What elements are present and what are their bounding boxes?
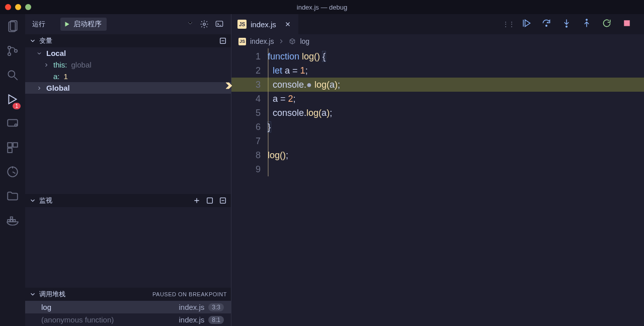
editor: JS index.js ⋮⋮ JS index.js log 1funct	[231, 14, 644, 326]
breadcrumb[interactable]: JS index.js log	[231, 34, 644, 48]
chevron-right-icon	[36, 85, 42, 91]
scope-local[interactable]: Local	[25, 47, 231, 59]
debug-toolbar: ⋮⋮	[502, 18, 644, 30]
extensions-icon[interactable]	[6, 141, 19, 156]
svg-point-7	[15, 124, 17, 126]
window-controls	[5, 4, 31, 10]
code-line[interactable]: 7	[231, 134, 644, 148]
svg-rect-24	[624, 21, 629, 26]
var-a[interactable]: a: 1	[25, 71, 231, 82]
symbol-method-icon	[289, 38, 296, 45]
tab-bar: JS index.js ⋮⋮	[231, 14, 644, 34]
code-line[interactable]: 4 a = 2;	[231, 92, 644, 106]
svg-rect-10	[8, 148, 12, 153]
variables-tree: Local this: global a: 1 Global	[25, 47, 231, 94]
explorer-icon[interactable]	[6, 20, 19, 35]
chevron-right-icon	[278, 38, 285, 45]
settings-icon[interactable]	[200, 20, 209, 29]
tab-index-js[interactable]: JS index.js	[231, 14, 298, 34]
stop-button[interactable]	[622, 18, 632, 30]
source-control-icon[interactable]	[6, 44, 19, 59]
svg-rect-6	[8, 119, 18, 126]
js-icon: JS	[238, 38, 246, 45]
code-area[interactable]: 1function log() {2 let a = 1;3 console.●…	[231, 48, 644, 176]
collapse-all-icon[interactable]	[219, 197, 227, 205]
debug-badge: 1	[13, 103, 21, 109]
step-over-button[interactable]	[541, 18, 551, 30]
callstack-frame-0[interactable]: log index.js3:3	[25, 301, 231, 313]
code-line[interactable]: 6}	[231, 120, 644, 134]
drag-handle-icon[interactable]: ⋮⋮	[502, 20, 514, 28]
run-sidebar: 运行 启动程序 变量 Local this: global	[25, 14, 231, 326]
continue-button[interactable]	[521, 18, 531, 30]
svg-rect-17	[216, 21, 223, 27]
svg-rect-15	[11, 217, 13, 219]
collapse-icon[interactable]	[206, 197, 214, 205]
callstack-section-head[interactable]: 调用堆栈 PAUSED ON BREAKPOINT	[25, 288, 231, 301]
code-line[interactable]: 1function log() {	[231, 49, 644, 63]
titlebar: index.js — debug	[0, 0, 644, 14]
code-line[interactable]: 9	[231, 162, 644, 176]
remote-icon[interactable]	[6, 117, 19, 132]
step-into-button[interactable]	[561, 18, 572, 30]
close-window[interactable]	[5, 4, 11, 10]
activity-bar: 1	[0, 14, 25, 326]
restart-button[interactable]	[602, 18, 612, 30]
callstack-frame-1[interactable]: (anonymous function) index.js8:1	[25, 313, 231, 326]
svg-point-2	[8, 46, 11, 49]
svg-rect-9	[13, 143, 18, 147]
zoom-window[interactable]	[25, 4, 31, 10]
svg-rect-8	[8, 143, 12, 147]
add-icon[interactable]	[193, 197, 201, 205]
launch-select[interactable]: 启动程序	[60, 18, 107, 31]
svg-rect-19	[207, 198, 213, 204]
code-line[interactable]: 8log();	[231, 148, 644, 162]
chevron-down-icon	[29, 197, 36, 204]
watch-section-head[interactable]: 监视	[25, 194, 231, 207]
chevron-down-icon	[36, 50, 42, 56]
launch-dropdown[interactable]	[187, 20, 194, 29]
watch-body	[25, 207, 231, 288]
run-debug-icon[interactable]: 1	[6, 93, 19, 108]
svg-point-16	[203, 23, 206, 26]
run-header: 运行 启动程序	[25, 14, 231, 34]
variables-section-head[interactable]: 变量	[25, 34, 231, 47]
folder-icon[interactable]	[6, 189, 19, 205]
chevron-down-icon	[29, 291, 36, 298]
js-icon: JS	[237, 20, 247, 29]
callstack-status: PAUSED ON BREAKPOINT	[152, 291, 227, 297]
minimize-window[interactable]	[15, 4, 21, 10]
svg-point-3	[8, 53, 11, 55]
docker-icon[interactable]	[6, 214, 19, 229]
svg-point-21	[546, 25, 547, 27]
code-line[interactable]: 5 console.log(a);	[231, 106, 644, 120]
search-icon[interactable]	[6, 69, 19, 84]
svg-point-22	[566, 26, 568, 27]
var-this[interactable]: this: global	[25, 59, 231, 71]
chevron-down-icon	[29, 37, 36, 44]
code-line[interactable]: 2 let a = 1;	[231, 63, 644, 78]
step-out-button[interactable]	[582, 18, 592, 30]
run-title: 运行	[32, 20, 45, 29]
svg-point-4	[15, 49, 17, 52]
collapse-icon[interactable]	[219, 37, 227, 45]
chevron-right-icon	[43, 62, 49, 68]
scope-global[interactable]: Global	[25, 82, 231, 94]
close-icon[interactable]	[283, 20, 292, 29]
svg-point-5	[8, 71, 15, 77]
timeline-icon[interactable]	[6, 165, 19, 180]
svg-point-23	[586, 19, 588, 21]
window-title: index.js — debug	[297, 4, 347, 11]
debug-console-icon[interactable]	[215, 20, 224, 29]
